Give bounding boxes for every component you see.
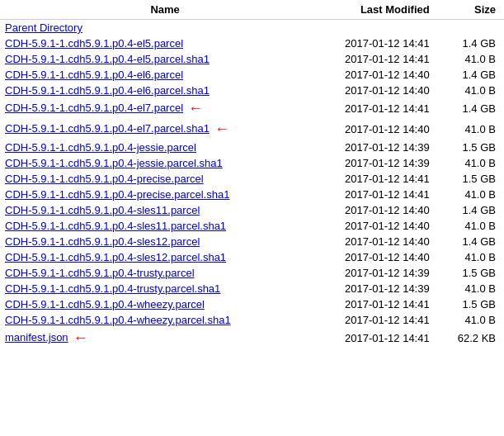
file-name-cell: CDH-5.9.1-1.cdh5.9.1.p0.4-precise.parcel… <box>0 187 330 202</box>
file-name-cell: CDH-5.9.1-1.cdh5.9.1.p0.4-jessie.parcel <box>0 140 330 155</box>
file-name-cell: CDH-5.9.1-1.cdh5.9.1.p0.4-el5.parcel.sha… <box>0 51 330 67</box>
file-size-cell: 1.4 GB <box>435 234 504 249</box>
file-listing-table: Name Last Modified Size Parent Directory… <box>0 0 504 348</box>
table-row: CDH-5.9.1-1.cdh5.9.1.p0.4-sles11.parcel.… <box>0 218 504 234</box>
table-row: CDH-5.9.1-1.cdh5.9.1.p0.4-wheezy.parcel … <box>0 296 504 312</box>
table-row: CDH-5.9.1-1.cdh5.9.1.p0.4-el7.parcel.sha… <box>0 119 504 140</box>
file-link[interactable]: CDH-5.9.1-1.cdh5.9.1.p0.4-el5.parcel <box>5 37 183 50</box>
file-size-cell: 1.5 GB <box>435 296 504 312</box>
table-row: CDH-5.9.1-1.cdh5.9.1.p0.4-wheezy.parcel.… <box>0 312 504 328</box>
file-size-cell: 1.5 GB <box>435 171 504 187</box>
arrow-icon: ← <box>73 329 88 347</box>
table-row: CDH-5.9.1-1.cdh5.9.1.p0.4-el5.parcel.sha… <box>0 51 504 67</box>
file-modified-cell: 2017-01-12 14:41 <box>330 312 434 328</box>
file-link[interactable]: CDH-5.9.1-1.cdh5.9.1.p0.4-sles12.parcel.… <box>5 251 226 263</box>
file-link[interactable]: CDH-5.9.1-1.cdh5.9.1.p0.4-wheezy.parcel.… <box>5 314 231 326</box>
file-name-cell: CDH-5.9.1-1.cdh5.9.1.p0.4-sles11.parcel.… <box>0 218 330 234</box>
file-name-cell: CDH-5.9.1-1.cdh5.9.1.p0.4-trusty.parcel.… <box>0 281 330 296</box>
table-row: manifest.json← 2017-01-12 14:41 62.2 KB <box>0 328 504 348</box>
file-name-cell: CDH-5.9.1-1.cdh5.9.1.p0.4-el7.parcel.sha… <box>0 119 330 140</box>
table-row: CDH-5.9.1-1.cdh5.9.1.p0.4-precise.parcel… <box>0 187 504 202</box>
file-modified-cell: 2017-01-12 14:41 <box>330 98 434 119</box>
file-link[interactable]: manifest.json <box>5 331 68 344</box>
file-link[interactable]: CDH-5.9.1-1.cdh5.9.1.p0.4-wheezy.parcel <box>5 298 205 310</box>
file-size-cell: 1.5 GB <box>435 265 504 281</box>
file-name-cell: CDH-5.9.1-1.cdh5.9.1.p0.4-trusty.parcel <box>0 265 330 281</box>
table-row: CDH-5.9.1-1.cdh5.9.1.p0.4-el6.parcel.sha… <box>0 83 504 98</box>
file-name-cell: CDH-5.9.1-1.cdh5.9.1.p0.4-precise.parcel <box>0 171 330 187</box>
table-row: CDH-5.9.1-1.cdh5.9.1.p0.4-trusty.parcel … <box>0 265 504 281</box>
file-size-cell: 41.0 B <box>435 119 504 140</box>
file-link[interactable]: CDH-5.9.1-1.cdh5.9.1.p0.4-jessie.parcel.… <box>5 157 223 169</box>
table-row: CDH-5.9.1-1.cdh5.9.1.p0.4-jessie.parcel.… <box>0 155 504 171</box>
col-name-header: Name <box>0 0 330 20</box>
col-size-header: Size <box>435 0 504 20</box>
file-size-cell: 41.0 B <box>435 83 504 98</box>
file-name-cell: CDH-5.9.1-1.cdh5.9.1.p0.4-sles11.parcel <box>0 202 330 218</box>
file-modified-cell: 2017-01-12 14:40 <box>330 202 434 218</box>
table-row: CDH-5.9.1-1.cdh5.9.1.p0.4-sles11.parcel … <box>0 202 504 218</box>
file-name-cell: CDH-5.9.1-1.cdh5.9.1.p0.4-jessie.parcel.… <box>0 155 330 171</box>
file-modified-cell: 2017-01-12 14:41 <box>330 171 434 187</box>
file-name-cell: CDH-5.9.1-1.cdh5.9.1.p0.4-el6.parcel.sha… <box>0 83 330 98</box>
file-link[interactable]: CDH-5.9.1-1.cdh5.9.1.p0.4-precise.parcel… <box>5 188 229 201</box>
file-size-cell: 62.2 KB <box>435 328 504 348</box>
parent-directory-row: Parent Directory <box>0 20 504 36</box>
file-modified-cell: 2017-01-12 14:40 <box>330 234 434 249</box>
file-modified-cell: 2017-01-12 14:41 <box>330 187 434 202</box>
file-modified-cell: 2017-01-12 14:41 <box>330 51 434 67</box>
file-link[interactable]: CDH-5.9.1-1.cdh5.9.1.p0.4-el6.parcel <box>5 69 183 81</box>
file-name-cell: manifest.json← <box>0 328 330 348</box>
file-size-cell: 1.4 GB <box>435 36 504 51</box>
file-modified-cell: 2017-01-12 14:40 <box>330 249 434 265</box>
file-modified-cell: 2017-01-12 14:41 <box>330 328 434 348</box>
file-size-cell: 41.0 B <box>435 249 504 265</box>
file-size-cell: 1.4 GB <box>435 202 504 218</box>
file-link[interactable]: CDH-5.9.1-1.cdh5.9.1.p0.4-sles11.parcel <box>5 204 200 216</box>
file-size-cell: 41.0 B <box>435 155 504 171</box>
file-name-cell: CDH-5.9.1-1.cdh5.9.1.p0.4-wheezy.parcel.… <box>0 312 330 328</box>
file-size-cell: 1.4 GB <box>435 67 504 83</box>
file-size-cell: 41.0 B <box>435 51 504 67</box>
file-name-cell: CDH-5.9.1-1.cdh5.9.1.p0.4-wheezy.parcel <box>0 296 330 312</box>
arrow-icon: ← <box>214 121 229 138</box>
col-modified-header: Last Modified <box>330 0 434 20</box>
file-modified-cell: 2017-01-12 14:40 <box>330 83 434 98</box>
table-row: CDH-5.9.1-1.cdh5.9.1.p0.4-el7.parcel← 20… <box>0 98 504 119</box>
file-size-cell: 1.5 GB <box>435 140 504 155</box>
file-modified-cell: 2017-01-12 14:39 <box>330 155 434 171</box>
file-link[interactable]: CDH-5.9.1-1.cdh5.9.1.p0.4-el7.parcel.sha… <box>5 122 210 135</box>
file-link[interactable]: CDH-5.9.1-1.cdh5.9.1.p0.4-el7.parcel <box>5 102 183 114</box>
file-size-cell: 41.0 B <box>435 218 504 234</box>
file-name-cell: CDH-5.9.1-1.cdh5.9.1.p0.4-sles12.parcel <box>0 234 330 249</box>
file-link[interactable]: CDH-5.9.1-1.cdh5.9.1.p0.4-el5.parcel.sha… <box>5 53 210 65</box>
file-link[interactable]: CDH-5.9.1-1.cdh5.9.1.p0.4-jessie.parcel <box>5 141 196 154</box>
table-row: CDH-5.9.1-1.cdh5.9.1.p0.4-precise.parcel… <box>0 171 504 187</box>
table-row: CDH-5.9.1-1.cdh5.9.1.p0.4-el5.parcel 201… <box>0 36 504 51</box>
file-size-cell: 41.0 B <box>435 281 504 296</box>
file-modified-cell: 2017-01-12 14:39 <box>330 140 434 155</box>
file-link[interactable]: CDH-5.9.1-1.cdh5.9.1.p0.4-trusty.parcel.… <box>5 282 220 295</box>
table-row: CDH-5.9.1-1.cdh5.9.1.p0.4-sles12.parcel.… <box>0 249 504 265</box>
file-modified-cell: 2017-01-12 14:39 <box>330 281 434 296</box>
file-name-cell: CDH-5.9.1-1.cdh5.9.1.p0.4-el5.parcel <box>0 36 330 51</box>
file-modified-cell: 2017-01-12 14:41 <box>330 296 434 312</box>
file-link[interactable]: CDH-5.9.1-1.cdh5.9.1.p0.4-precise.parcel <box>5 173 204 185</box>
file-modified-cell: 2017-01-12 14:40 <box>330 67 434 83</box>
file-modified-cell: 2017-01-12 14:40 <box>330 119 434 140</box>
arrow-icon: ← <box>188 100 203 117</box>
parent-directory-cell: Parent Directory <box>0 20 504 36</box>
parent-directory-link[interactable]: Parent Directory <box>5 21 82 34</box>
table-row: CDH-5.9.1-1.cdh5.9.1.p0.4-sles12.parcel … <box>0 234 504 249</box>
file-name-cell: CDH-5.9.1-1.cdh5.9.1.p0.4-sles12.parcel.… <box>0 249 330 265</box>
table-row: CDH-5.9.1-1.cdh5.9.1.p0.4-el6.parcel 201… <box>0 67 504 83</box>
file-size-cell: 41.0 B <box>435 187 504 202</box>
file-name-cell: CDH-5.9.1-1.cdh5.9.1.p0.4-el6.parcel <box>0 67 330 83</box>
file-link[interactable]: CDH-5.9.1-1.cdh5.9.1.p0.4-sles12.parcel <box>5 235 200 248</box>
file-link[interactable]: CDH-5.9.1-1.cdh5.9.1.p0.4-trusty.parcel <box>5 267 195 279</box>
file-link[interactable]: CDH-5.9.1-1.cdh5.9.1.p0.4-sles11.parcel.… <box>5 220 226 232</box>
file-name-cell: CDH-5.9.1-1.cdh5.9.1.p0.4-el7.parcel← <box>0 98 330 119</box>
file-size-cell: 41.0 B <box>435 312 504 328</box>
table-header-row: Name Last Modified Size <box>0 0 504 20</box>
file-link[interactable]: CDH-5.9.1-1.cdh5.9.1.p0.4-el6.parcel.sha… <box>5 84 210 97</box>
